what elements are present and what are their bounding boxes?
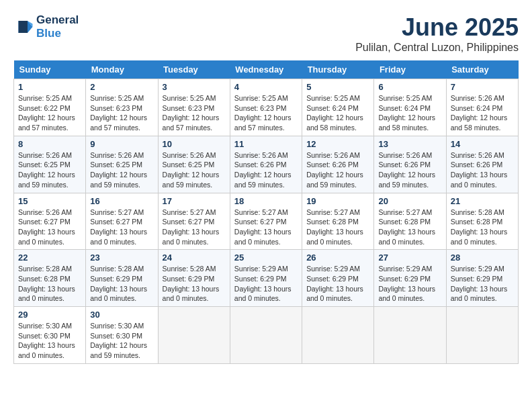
calendar-table: Sunday Monday Tuesday Wednesday Thursday… xyxy=(13,60,519,364)
day-number: 21 xyxy=(451,196,514,206)
day-info: Sunrise: 5:25 AMSunset: 6:23 PMDaylight:… xyxy=(163,94,220,132)
day-number: 17 xyxy=(163,196,226,206)
day-number: 5 xyxy=(306,82,369,92)
day-info: Sunrise: 5:27 AMSunset: 6:27 PMDaylight:… xyxy=(163,208,220,246)
day-info: Sunrise: 5:29 AMSunset: 6:29 PMDaylight:… xyxy=(234,265,292,302)
logo-text-line2: Blue xyxy=(36,27,79,40)
day-info: Sunrise: 5:28 AMSunset: 6:29 PMDaylight:… xyxy=(163,265,220,302)
day-info: Sunrise: 5:26 AMSunset: 6:26 PMDaylight:… xyxy=(451,151,508,189)
title-block: June 2025 Pulilan, Central Luzon, Philip… xyxy=(355,13,519,54)
day-info: Sunrise: 5:25 AMSunset: 6:24 PMDaylight:… xyxy=(306,94,363,132)
day-number: 18 xyxy=(234,196,298,206)
day-number: 26 xyxy=(306,253,369,263)
calendar-cell: 12 Sunrise: 5:26 AMSunset: 6:26 PMDaylig… xyxy=(302,136,374,193)
calendar-cell: 24 Sunrise: 5:28 AMSunset: 6:29 PMDaylig… xyxy=(158,250,230,307)
svg-marker-1 xyxy=(19,21,28,33)
day-number: 10 xyxy=(163,139,226,149)
calendar-cell: 2 Sunrise: 5:25 AMSunset: 6:23 PMDayligh… xyxy=(86,79,158,136)
calendar-cell: 27 Sunrise: 5:29 AMSunset: 6:29 PMDaylig… xyxy=(374,250,446,307)
calendar-cell: 22 Sunrise: 5:28 AMSunset: 6:28 PMDaylig… xyxy=(14,250,86,307)
calendar-cell: 19 Sunrise: 5:27 AMSunset: 6:28 PMDaylig… xyxy=(302,193,374,250)
day-number: 29 xyxy=(18,310,81,320)
calendar-cell: 8 Sunrise: 5:26 AMSunset: 6:25 PMDayligh… xyxy=(14,136,86,193)
calendar-cell: 3 Sunrise: 5:25 AMSunset: 6:23 PMDayligh… xyxy=(158,79,230,136)
calendar-cell: 29 Sunrise: 5:30 AMSunset: 6:30 PMDaylig… xyxy=(14,307,86,364)
day-number: 22 xyxy=(18,253,81,263)
day-number: 12 xyxy=(306,139,369,149)
calendar-row: 8 Sunrise: 5:26 AMSunset: 6:25 PMDayligh… xyxy=(14,136,519,193)
day-number: 3 xyxy=(163,82,226,92)
calendar-cell: 21 Sunrise: 5:28 AMSunset: 6:28 PMDaylig… xyxy=(446,193,518,250)
day-number: 13 xyxy=(378,139,441,149)
logo-text-line1: General xyxy=(36,13,79,27)
calendar-cell xyxy=(302,307,374,364)
calendar-cell: 4 Sunrise: 5:25 AMSunset: 6:23 PMDayligh… xyxy=(230,79,302,136)
day-number: 16 xyxy=(90,196,153,206)
calendar-cell: 10 Sunrise: 5:26 AMSunset: 6:25 PMDaylig… xyxy=(158,136,230,193)
day-number: 8 xyxy=(18,139,81,149)
calendar-cell xyxy=(230,307,302,364)
calendar-cell: 26 Sunrise: 5:29 AMSunset: 6:29 PMDaylig… xyxy=(302,250,374,307)
day-info: Sunrise: 5:27 AMSunset: 6:28 PMDaylight:… xyxy=(378,208,435,246)
calendar-cell: 13 Sunrise: 5:26 AMSunset: 6:26 PMDaylig… xyxy=(374,136,446,193)
calendar-cell: 7 Sunrise: 5:26 AMSunset: 6:24 PMDayligh… xyxy=(446,79,518,136)
day-number: 23 xyxy=(90,253,153,263)
day-info: Sunrise: 5:26 AMSunset: 6:25 PMDaylight:… xyxy=(18,151,75,189)
day-number: 24 xyxy=(163,253,226,263)
day-info: Sunrise: 5:29 AMSunset: 6:29 PMDaylight:… xyxy=(306,265,363,302)
header-tuesday: Tuesday xyxy=(158,60,230,79)
calendar-cell: 5 Sunrise: 5:25 AMSunset: 6:24 PMDayligh… xyxy=(302,79,374,136)
day-info: Sunrise: 5:26 AMSunset: 6:26 PMDaylight:… xyxy=(306,151,363,189)
day-info: Sunrise: 5:26 AMSunset: 6:25 PMDaylight:… xyxy=(90,151,147,189)
header-thursday: Thursday xyxy=(302,60,374,79)
day-number: 19 xyxy=(306,196,369,206)
day-info: Sunrise: 5:26 AMSunset: 6:26 PMDaylight:… xyxy=(234,151,292,189)
page-header: General Blue June 2025 Pulilan, Central … xyxy=(13,13,519,54)
day-info: Sunrise: 5:26 AMSunset: 6:27 PMDaylight:… xyxy=(18,208,75,246)
header-wednesday: Wednesday xyxy=(230,60,302,79)
day-info: Sunrise: 5:26 AMSunset: 6:26 PMDaylight:… xyxy=(378,151,435,189)
calendar-row: 22 Sunrise: 5:28 AMSunset: 6:28 PMDaylig… xyxy=(14,250,519,307)
calendar-cell: 25 Sunrise: 5:29 AMSunset: 6:29 PMDaylig… xyxy=(230,250,302,307)
location: Pulilan, Central Luzon, Philippines xyxy=(355,42,519,54)
header-friday: Friday xyxy=(374,60,446,79)
calendar-cell: 16 Sunrise: 5:27 AMSunset: 6:27 PMDaylig… xyxy=(86,193,158,250)
day-info: Sunrise: 5:27 AMSunset: 6:28 PMDaylight:… xyxy=(306,208,363,246)
calendar-cell: 20 Sunrise: 5:27 AMSunset: 6:28 PMDaylig… xyxy=(374,193,446,250)
day-number: 2 xyxy=(90,82,153,92)
day-info: Sunrise: 5:30 AMSunset: 6:30 PMDaylight:… xyxy=(90,322,147,359)
day-number: 20 xyxy=(378,196,441,206)
day-info: Sunrise: 5:25 AMSunset: 6:23 PMDaylight:… xyxy=(90,94,147,132)
day-number: 9 xyxy=(90,139,153,149)
day-info: Sunrise: 5:29 AMSunset: 6:29 PMDaylight:… xyxy=(378,265,435,302)
day-info: Sunrise: 5:27 AMSunset: 6:27 PMDaylight:… xyxy=(90,208,147,246)
day-info: Sunrise: 5:25 AMSunset: 6:22 PMDaylight:… xyxy=(18,94,75,132)
calendar-cell: 11 Sunrise: 5:26 AMSunset: 6:26 PMDaylig… xyxy=(230,136,302,193)
day-number: 4 xyxy=(234,82,298,92)
day-number: 30 xyxy=(90,310,153,320)
logo: General Blue xyxy=(13,13,79,40)
day-number: 6 xyxy=(378,82,441,92)
header-saturday: Saturday xyxy=(446,60,518,79)
day-number: 15 xyxy=(18,196,81,206)
header-sunday: Sunday xyxy=(14,60,86,79)
logo-icon xyxy=(13,17,34,37)
day-info: Sunrise: 5:28 AMSunset: 6:28 PMDaylight:… xyxy=(451,208,508,246)
calendar-cell: 18 Sunrise: 5:27 AMSunset: 6:27 PMDaylig… xyxy=(230,193,302,250)
day-number: 25 xyxy=(234,253,298,263)
month-title: June 2025 xyxy=(355,13,519,42)
day-number: 11 xyxy=(234,139,298,149)
header-monday: Monday xyxy=(86,60,158,79)
day-number: 1 xyxy=(18,82,81,92)
calendar-row: 29 Sunrise: 5:30 AMSunset: 6:30 PMDaylig… xyxy=(14,307,519,364)
day-number: 27 xyxy=(378,253,441,263)
day-info: Sunrise: 5:27 AMSunset: 6:27 PMDaylight:… xyxy=(234,208,292,246)
calendar-cell: 1 Sunrise: 5:25 AMSunset: 6:22 PMDayligh… xyxy=(14,79,86,136)
calendar-cell xyxy=(158,307,230,364)
calendar-cell: 23 Sunrise: 5:28 AMSunset: 6:29 PMDaylig… xyxy=(86,250,158,307)
day-info: Sunrise: 5:28 AMSunset: 6:29 PMDaylight:… xyxy=(90,265,147,302)
day-number: 7 xyxy=(451,82,514,92)
day-info: Sunrise: 5:26 AMSunset: 6:25 PMDaylight:… xyxy=(163,151,220,189)
day-info: Sunrise: 5:25 AMSunset: 6:24 PMDaylight:… xyxy=(378,94,435,132)
calendar-cell xyxy=(374,307,446,364)
